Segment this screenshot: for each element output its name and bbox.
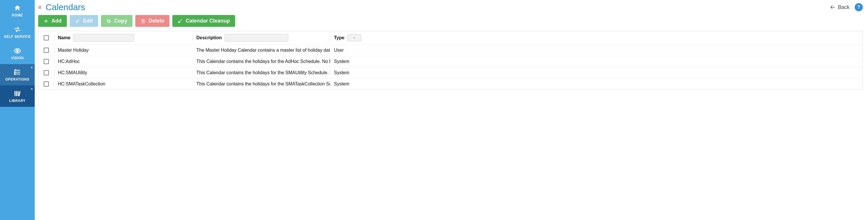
list-icon: [12, 68, 22, 76]
button-label: Delete: [149, 18, 164, 24]
row-type: System: [334, 70, 349, 75]
arrow-left-icon: [830, 4, 836, 10]
toolbar: Add Edit Copy Delete Calendar Cleanup: [38, 15, 863, 27]
table-row[interactable]: HC:SMATaskCollectionThis Calendar contai…: [38, 78, 863, 89]
sidebar-item-label: VISION: [11, 56, 24, 60]
swap-icon: [12, 26, 22, 34]
row-name: Master Holiday: [58, 48, 89, 53]
svg-rect-6: [19, 91, 21, 96]
sidebar-item-label: OPERATIONS: [5, 77, 29, 81]
add-button[interactable]: Add: [38, 15, 67, 27]
back-label: Back: [838, 4, 849, 10]
sidebar-item-vision[interactable]: VISION: [0, 43, 35, 64]
close-icon[interactable]: ×: [31, 86, 33, 91]
hamburger-icon[interactable]: ≡: [38, 4, 42, 10]
copy-icon: [106, 19, 111, 24]
pencil-icon: [75, 19, 80, 24]
titlebar: ≡ Calendars Back ?: [38, 2, 863, 12]
help-label: ?: [857, 5, 860, 10]
column-header-name: Name: [58, 35, 70, 40]
help-button[interactable]: ?: [855, 3, 863, 11]
column-header-description: Description: [196, 35, 222, 40]
sidebar-item-label: LIBRARY: [9, 99, 26, 103]
name-filter-input[interactable]: [73, 34, 134, 42]
svg-point-2: [14, 74, 15, 74]
copy-button[interactable]: Copy: [101, 15, 132, 27]
library-icon: [12, 89, 22, 98]
sidebar-item-home[interactable]: HOME: [0, 0, 35, 22]
plus-icon: [43, 19, 49, 24]
table-row[interactable]: HC:SMAUtilityThis Calendar contains the …: [38, 67, 863, 78]
button-label: Edit: [83, 18, 93, 24]
sidebar: HOME SELF SERVICE VISION × OPERATIONS × …: [0, 0, 35, 220]
eye-icon: [12, 47, 22, 55]
row-description: The Master Holiday Calendar contains a m…: [196, 48, 330, 53]
button-label: Add: [52, 18, 62, 24]
row-name: HC:AdHoc: [58, 59, 80, 64]
column-header-type: Type: [334, 35, 344, 40]
chevron-down-icon: [352, 36, 356, 40]
row-description: This Calendar contains the holidays for …: [196, 59, 330, 64]
svg-rect-10: [108, 20, 110, 23]
broom-icon: [178, 19, 183, 24]
sidebar-item-library[interactable]: × LIBRARY: [0, 85, 35, 107]
row-checkbox[interactable]: [44, 48, 49, 53]
button-label: Copy: [114, 18, 127, 24]
trash-icon: [141, 19, 146, 24]
svg-rect-3: [14, 91, 15, 96]
page-title: Calendars: [46, 2, 85, 12]
home-icon: [12, 4, 22, 12]
row-type: System: [334, 59, 349, 64]
row-description: This Calendar contains the holidays for …: [196, 81, 330, 86]
row-checkbox[interactable]: [44, 81, 49, 86]
table-row[interactable]: Master HolidayThe Master Holiday Calenda…: [38, 45, 863, 56]
table-row[interactable]: HC:AdHocThis Calendar contains the holid…: [38, 56, 863, 67]
back-button[interactable]: Back: [830, 4, 849, 10]
sidebar-item-label: SELF SERVICE: [4, 35, 31, 39]
svg-rect-5: [18, 91, 19, 96]
edit-button[interactable]: Edit: [70, 15, 98, 27]
row-name: HC:SMATaskCollection: [58, 81, 105, 86]
type-filter-dropdown[interactable]: [347, 34, 361, 41]
sidebar-item-self-service[interactable]: SELF SERVICE: [0, 22, 35, 43]
svg-rect-4: [16, 91, 17, 96]
grid: Name Description Type Master HolidayThe …: [38, 31, 863, 90]
description-filter-input[interactable]: [225, 34, 288, 42]
button-label: Calendar Cleanup: [186, 18, 230, 24]
cleanup-button[interactable]: Calendar Cleanup: [172, 15, 235, 27]
sidebar-item-label: HOME: [12, 13, 23, 17]
row-type: User: [334, 48, 344, 53]
svg-point-1: [14, 72, 15, 72]
row-type: System: [334, 81, 349, 86]
svg-rect-11: [107, 20, 110, 22]
sidebar-item-operations[interactable]: × OPERATIONS: [0, 64, 35, 85]
grid-header: Name Description Type: [38, 31, 863, 45]
row-checkbox[interactable]: [44, 59, 49, 64]
select-all-checkbox[interactable]: [44, 35, 49, 40]
delete-button[interactable]: Delete: [135, 15, 169, 27]
row-checkbox[interactable]: [44, 70, 49, 75]
row-description: This Calendar contains the holidays for …: [196, 70, 330, 75]
main: ≡ Calendars Back ? Add Edi: [35, 0, 868, 220]
row-name: HC:SMAUtility: [58, 70, 87, 75]
close-icon[interactable]: ×: [31, 65, 33, 70]
svg-point-0: [17, 50, 19, 52]
